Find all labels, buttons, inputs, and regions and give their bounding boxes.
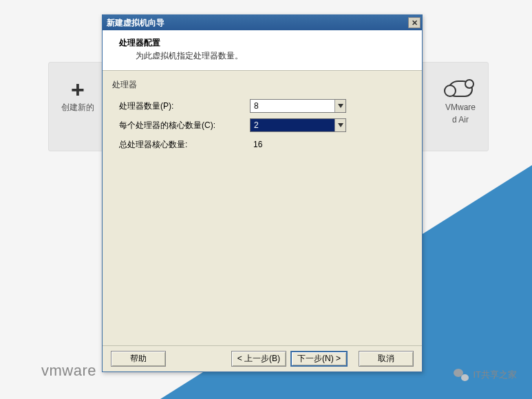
wechat-label: IT共享之家 [473,369,517,381]
dialog-titlebar[interactable]: 新建虚拟机向导 ✕ [103,15,422,30]
vmware-logo: vmware [41,362,96,380]
vmware-air-tile[interactable]: VMware d Air [445,78,476,136]
processor-count-select[interactable]: 8 [250,99,346,113]
create-vm-label: 创建新的 [61,101,94,114]
plus-icon: + [61,78,94,101]
dialog-title: 新建虚拟机向导 [107,17,164,29]
new-vm-wizard-dialog: 新建虚拟机向导 ✕ 处理器配置 为此虚拟机指定处理器数量。 处理器 处理器数量(… [102,14,423,372]
cores-per-processor-label: 每个处理器的核心数量(C): [112,120,250,131]
cloud-icon [448,80,473,97]
wizard-header-description: 为此虚拟机指定处理器数量。 [136,50,412,62]
processor-count-label: 处理器数量(P): [112,100,250,112]
wechat-icon [454,367,469,382]
wizard-footer: 帮助 < 上一步(B) 下一步(N) > 取消 [103,345,422,371]
help-button[interactable]: 帮助 [111,351,166,367]
wechat-watermark: IT共享之家 [454,367,517,382]
total-cores-value: 16 [250,140,346,149]
total-cores-label: 总处理器核心数量: [112,139,250,151]
processor-count-value: 8 [251,100,334,112]
cores-per-processor-select[interactable]: 2 [250,118,346,132]
cancel-button[interactable]: 取消 [359,351,414,367]
cores-per-processor-row: 每个处理器的核心数量(C): 2 [112,116,412,135]
chevron-down-icon [334,100,345,112]
close-icon: ✕ [412,19,418,28]
chevron-down-icon [334,119,345,131]
back-button[interactable]: < 上一步(B) [231,351,286,367]
next-button[interactable]: 下一步(N) > [290,351,348,367]
processor-count-row: 处理器数量(P): 8 [112,96,412,116]
wizard-header-title: 处理器配置 [119,37,412,49]
close-button[interactable]: ✕ [408,17,421,28]
processors-group-label: 处理器 [112,79,412,91]
wizard-body: 处理器 处理器数量(P): 8 每个处理器的核心数量(C): 2 总处理器核心数… [103,71,422,345]
vmware-air-label-1: VMware [445,101,476,114]
create-vm-tile[interactable]: + 创建新的 [61,78,94,136]
total-cores-row: 总处理器核心数量: 16 [112,135,412,154]
wizard-header: 处理器配置 为此虚拟机指定处理器数量。 [103,30,422,71]
cores-per-processor-value: 2 [251,119,334,131]
vmware-air-label-2: d Air [445,114,476,126]
